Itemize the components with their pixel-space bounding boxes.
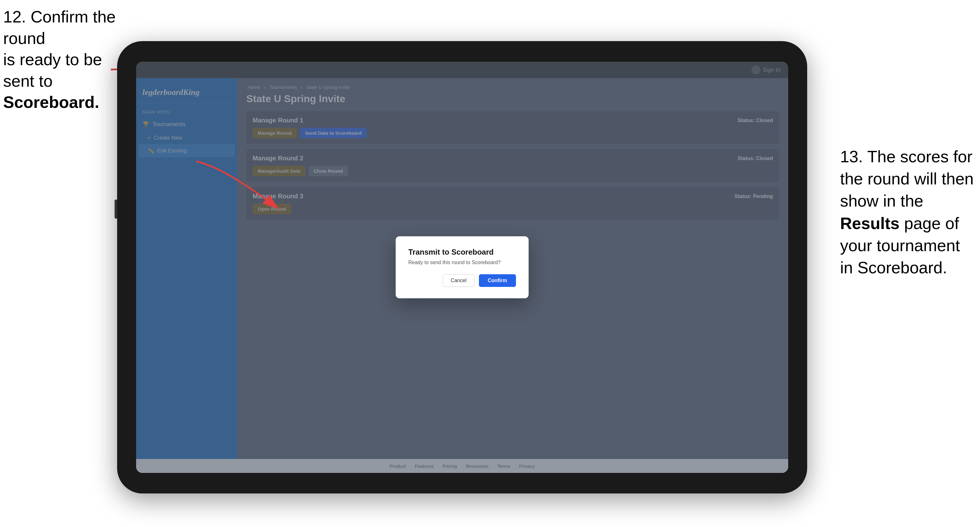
modal-title: Transmit to Scoreboard xyxy=(408,248,516,257)
annotation-line2: is ready to be sent to xyxy=(3,50,102,90)
modal-overlay: Transmit to Scoreboard Ready to send thi… xyxy=(136,62,788,473)
transmit-modal: Transmit to Scoreboard Ready to send thi… xyxy=(396,236,529,298)
annotation-right-line1: 13. The scores forthe round will thensho… xyxy=(840,148,974,277)
annotation-results-bold: Results xyxy=(840,214,900,232)
tablet-device: Sign In leaderboardKing MAIN MENU 🏆 Tour… xyxy=(117,41,807,494)
tablet-screen: Sign In leaderboardKing MAIN MENU 🏆 Tour… xyxy=(136,62,788,473)
tablet-side-button xyxy=(115,200,117,219)
annotation-right: 13. The scores forthe round will thensho… xyxy=(840,146,974,279)
annotation-bold: Scoreboard. xyxy=(3,93,99,111)
cancel-button[interactable]: Cancel xyxy=(443,274,474,287)
annotation-line1: 12. Confirm the round xyxy=(3,8,116,48)
modal-subtitle: Ready to send this round to Scoreboard? xyxy=(408,260,516,265)
modal-buttons: Cancel Confirm xyxy=(408,274,516,287)
confirm-button[interactable]: Confirm xyxy=(479,274,516,287)
